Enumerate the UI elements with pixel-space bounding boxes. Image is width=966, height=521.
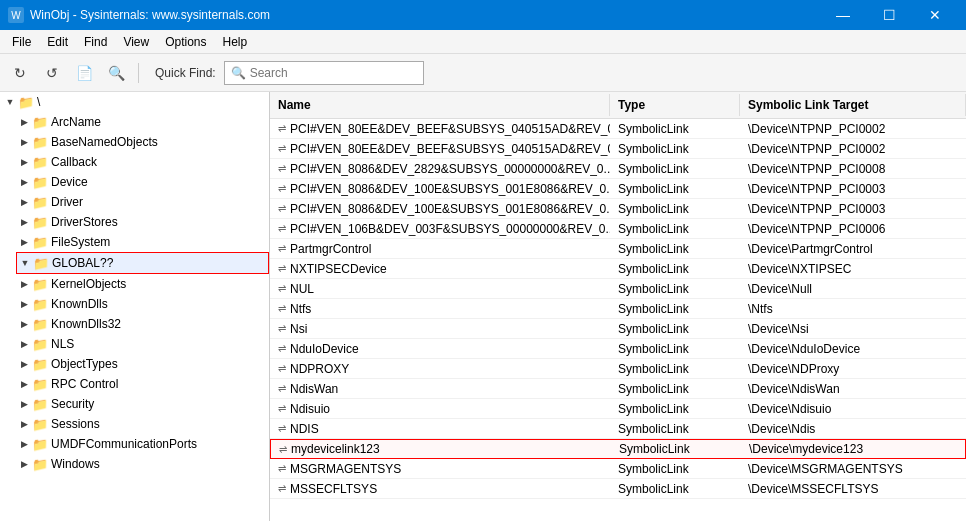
menu-edit[interactable]: Edit xyxy=(39,33,76,51)
sidebar-label: KnownDlls32 xyxy=(51,317,121,331)
folder-icon: 📁 xyxy=(18,95,34,110)
cell-target: \Device\NTPNP_PCI0002 xyxy=(740,140,966,158)
sidebar-item-rpc[interactable]: ▶ 📁 RPC Control xyxy=(16,374,269,394)
sidebar-item-objecttypes[interactable]: ▶ 📁 ObjectTypes xyxy=(16,354,269,374)
link-icon: ⇌ xyxy=(278,363,286,374)
cell-name: ⇌ NXTIPSECDevice xyxy=(270,260,610,278)
cell-name: ⇌ NdisWan xyxy=(270,380,610,398)
table-row[interactable]: ⇌ PCI#VEN_8086&DEV_100E&SUBSYS_001E8086&… xyxy=(270,199,966,219)
expand-icon: ▶ xyxy=(16,436,32,452)
cell-name: ⇌ MSGRMAGENTSYS xyxy=(270,460,610,478)
cell-type: SymbolicLink xyxy=(610,460,740,478)
maximize-button[interactable]: ☐ xyxy=(866,0,912,30)
table-row[interactable]: ⇌ PCI#VEN_8086&DEV_2829&SUBSYS_00000000&… xyxy=(270,159,966,179)
table-row[interactable]: ⇌ NduIoDevice SymbolicLink \Device\NduIo… xyxy=(270,339,966,359)
expand-icon: ▶ xyxy=(16,134,32,150)
cell-type: SymbolicLink xyxy=(610,480,740,498)
sidebar-item-kernelobjects[interactable]: ▶ 📁 KernelObjects xyxy=(16,274,269,294)
folder-icon: 📁 xyxy=(32,317,48,332)
table-row[interactable]: ⇌ Ntfs SymbolicLink \Ntfs xyxy=(270,299,966,319)
sidebar-item-driverstores[interactable]: ▶ 📁 DriverStores xyxy=(16,212,269,232)
col-header-name[interactable]: Name xyxy=(270,94,610,116)
sidebar-label: Device xyxy=(51,175,88,189)
link-icon: ⇌ xyxy=(278,243,286,254)
table-row[interactable]: ⇌ NXTIPSECDevice SymbolicLink \Device\NX… xyxy=(270,259,966,279)
sidebar-item-security[interactable]: ▶ 📁 Security xyxy=(16,394,269,414)
sidebar-item-global[interactable]: ▼ 📁 GLOBAL?? xyxy=(16,252,269,274)
expand-icon: ▶ xyxy=(16,376,32,392)
sidebar-item-sessions[interactable]: ▶ 📁 Sessions xyxy=(16,414,269,434)
link-icon: ⇌ xyxy=(278,143,286,154)
name-value: PCI#VEN_8086&DEV_2829&SUBSYS_00000000&RE… xyxy=(290,162,610,176)
cell-target: \Device\NdisWan xyxy=(740,380,966,398)
menu-view[interactable]: View xyxy=(115,33,157,51)
expand-icon: ▶ xyxy=(16,154,32,170)
col-header-type[interactable]: Type xyxy=(610,94,740,116)
sidebar-label: ArcName xyxy=(51,115,101,129)
expand-icon: ▶ xyxy=(16,316,32,332)
link-icon: ⇌ xyxy=(278,183,286,194)
back-button[interactable]: ↺ xyxy=(38,59,66,87)
folder-icon: 📁 xyxy=(32,297,48,312)
sidebar-item-driver[interactable]: ▶ 📁 Driver xyxy=(16,192,269,212)
minimize-button[interactable]: — xyxy=(820,0,866,30)
search-input[interactable] xyxy=(250,66,410,80)
search-button[interactable]: 🔍 xyxy=(102,59,130,87)
menu-help[interactable]: Help xyxy=(215,33,256,51)
cell-name: ⇌ PCI#VEN_8086&DEV_100E&SUBSYS_001E8086&… xyxy=(270,200,610,218)
table-row[interactable]: ⇌ mydevicelink123 SymbolicLink \Device\m… xyxy=(270,439,966,459)
cell-target: \Device\PartmgrControl xyxy=(740,240,966,258)
table-row[interactable]: ⇌ MSGRMAGENTSYS SymbolicLink \Device\MSG… xyxy=(270,459,966,479)
table-row[interactable]: ⇌ PCI#VEN_80EE&DEV_BEEF&SUBSYS_040515AD&… xyxy=(270,139,966,159)
sidebar-item-nls[interactable]: ▶ 📁 NLS xyxy=(16,334,269,354)
folder-icon: 📁 xyxy=(32,397,48,412)
table-row[interactable]: ⇌ NDPROXY SymbolicLink \Device\NDProxy xyxy=(270,359,966,379)
table-row[interactable]: ⇌ NUL SymbolicLink \Device\Null xyxy=(270,279,966,299)
link-icon: ⇌ xyxy=(278,303,286,314)
link-icon: ⇌ xyxy=(278,483,286,494)
name-value: mydevicelink123 xyxy=(291,442,380,456)
up-button[interactable]: 📄 xyxy=(70,59,98,87)
close-button[interactable]: ✕ xyxy=(912,0,958,30)
sidebar-label: RPC Control xyxy=(51,377,118,391)
link-icon: ⇌ xyxy=(278,343,286,354)
cell-name: ⇌ NduIoDevice xyxy=(270,340,610,358)
name-value: PartmgrControl xyxy=(290,242,371,256)
table-row[interactable]: ⇌ PartmgrControl SymbolicLink \Device\Pa… xyxy=(270,239,966,259)
sidebar-item-knowndlls[interactable]: ▶ 📁 KnownDlls xyxy=(16,294,269,314)
sidebar-item-device[interactable]: ▶ 📁 Device xyxy=(16,172,269,192)
table-row[interactable]: ⇌ NDIS SymbolicLink \Device\Ndis xyxy=(270,419,966,439)
link-icon: ⇌ xyxy=(279,444,287,455)
sidebar-item-filesystem[interactable]: ▶ 📁 FileSystem xyxy=(16,232,269,252)
refresh-button[interactable]: ↻ xyxy=(6,59,34,87)
link-icon: ⇌ xyxy=(278,263,286,274)
name-value: Ndisuio xyxy=(290,402,330,416)
menu-options[interactable]: Options xyxy=(157,33,214,51)
sidebar-item-knowndlls32[interactable]: ▶ 📁 KnownDlls32 xyxy=(16,314,269,334)
expand-icon: ▶ xyxy=(16,174,32,190)
table-row[interactable]: ⇌ Ndisuio SymbolicLink \Device\Ndisuio xyxy=(270,399,966,419)
table-row[interactable]: ⇌ PCI#VEN_8086&DEV_100E&SUBSYS_001E8086&… xyxy=(270,179,966,199)
sidebar-item-callback[interactable]: ▶ 📁 Callback xyxy=(16,152,269,172)
menu-find[interactable]: Find xyxy=(76,33,115,51)
sidebar-item-windows[interactable]: ▶ 📁 Windows xyxy=(16,454,269,474)
folder-icon: 📁 xyxy=(32,135,48,150)
content-header: Name Type Symbolic Link Target xyxy=(270,92,966,119)
table-row[interactable]: ⇌ NdisWan SymbolicLink \Device\NdisWan xyxy=(270,379,966,399)
table-row[interactable]: ⇌ PCI#VEN_106B&DEV_003F&SUBSYS_00000000&… xyxy=(270,219,966,239)
name-value: NDIS xyxy=(290,422,319,436)
sidebar-item-umdf[interactable]: ▶ 📁 UMDFCommunicationPorts xyxy=(16,434,269,454)
sidebar-item-root[interactable]: ▼ 📁 \ xyxy=(0,92,269,112)
cell-target: \Device\NXTIPSEC xyxy=(740,260,966,278)
sidebar-item-basenames[interactable]: ▶ 📁 BaseNamedObjects xyxy=(16,132,269,152)
sidebar-item-arcname[interactable]: ▶ 📁 ArcName xyxy=(16,112,269,132)
col-header-target[interactable]: Symbolic Link Target xyxy=(740,94,966,116)
table-row[interactable]: ⇌ MSSECFLTSYS SymbolicLink \Device\MSSEC… xyxy=(270,479,966,499)
name-value: NUL xyxy=(290,282,314,296)
cell-target: \Device\Ndisuio xyxy=(740,400,966,418)
table-row[interactable]: ⇌ Nsi SymbolicLink \Device\Nsi xyxy=(270,319,966,339)
folder-icon: 📁 xyxy=(32,235,48,250)
cell-name: ⇌ PartmgrControl xyxy=(270,240,610,258)
menu-file[interactable]: File xyxy=(4,33,39,51)
table-row[interactable]: ⇌ PCI#VEN_80EE&DEV_BEEF&SUBSYS_040515AD&… xyxy=(270,119,966,139)
